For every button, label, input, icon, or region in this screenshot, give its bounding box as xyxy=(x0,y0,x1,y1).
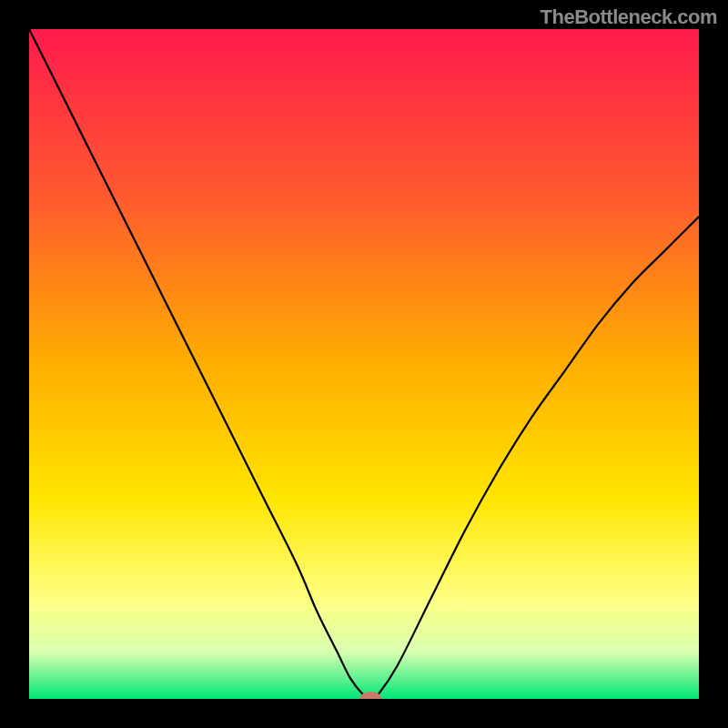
plot-area xyxy=(29,29,699,699)
watermark-text: TheBottleneck.com xyxy=(541,5,717,29)
chart-background xyxy=(29,29,699,699)
chart-svg xyxy=(29,29,699,699)
chart-container: TheBottleneck.com xyxy=(0,0,728,728)
